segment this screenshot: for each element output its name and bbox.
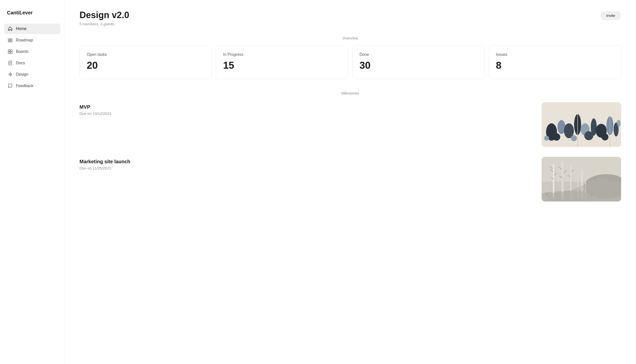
sidebar-item-home[interactable]: Home: [4, 24, 60, 34]
stat-label-done: Done: [359, 52, 478, 57]
milestone-image-mvp: [542, 102, 621, 147]
page-header: Design v2.0 5 members, 3 guests Invite: [80, 10, 621, 26]
stat-value-done: 30: [359, 60, 478, 71]
feedback-icon: [8, 83, 13, 88]
sidebar: CantiLever Home Roadmap: [0, 0, 65, 364]
sidebar-item-home-label: Home: [16, 26, 27, 31]
stat-value-issues: 8: [496, 60, 614, 71]
main-content: Design v2.0 5 members, 3 guests Invite O…: [65, 0, 636, 364]
stat-card-done: Done 30: [352, 45, 485, 79]
stat-card-issues: Issues 8: [489, 45, 621, 79]
svg-point-26: [601, 134, 608, 140]
overview-label: Overview: [80, 36, 621, 40]
svg-rect-2: [8, 41, 10, 42]
sidebar-item-roadmap[interactable]: Roadmap: [4, 35, 60, 46]
sidebar-item-design[interactable]: Design: [4, 69, 60, 80]
svg-rect-6: [8, 52, 10, 54]
roadmap-icon: [8, 38, 13, 43]
svg-rect-4: [8, 50, 10, 51]
milestone-due-mvp: Due on 10/12/2023: [80, 112, 532, 116]
svg-rect-0: [8, 39, 10, 40]
svg-point-24: [571, 135, 577, 141]
svg-point-25: [584, 131, 593, 140]
app-logo: CantiLever: [4, 8, 60, 18]
svg-point-29: [617, 120, 620, 127]
stat-label-open-tasks: Open tasks: [87, 52, 205, 57]
stat-card-in-progress: In Progress 15: [216, 45, 348, 79]
sidebar-item-boards[interactable]: Boards: [4, 46, 60, 57]
docs-icon: [8, 60, 13, 66]
sidebar-item-roadmap-label: Roadmap: [16, 38, 33, 42]
milestone-info-marketing: Marketing site launch Due on 11/25/2023: [80, 157, 532, 170]
stat-value-in-progress: 15: [223, 60, 341, 71]
sidebar-item-design-label: Design: [16, 72, 28, 77]
sidebar-item-feedback-label: Feedback: [16, 84, 33, 88]
home-icon: [8, 26, 13, 32]
page-title: Design v2.0: [80, 10, 129, 20]
stat-value-open-tasks: 20: [87, 60, 205, 71]
stat-label-in-progress: In Progress: [223, 52, 341, 57]
svg-point-30: [544, 136, 549, 141]
milestone-title-marketing: Marketing site launch: [80, 159, 532, 164]
sidebar-item-feedback[interactable]: Feedback: [4, 81, 60, 91]
sidebar-item-boards-label: Boards: [16, 50, 29, 54]
milestone-title-mvp: MVP: [80, 104, 532, 110]
overview-section: Overview Open tasks 20 In Progress 15 Do…: [80, 36, 621, 79]
svg-rect-7: [11, 52, 12, 54]
milestone-item-mvp: MVP Due on 10/12/2023: [80, 102, 621, 147]
stat-label-issues: Issues: [496, 52, 614, 57]
page-title-area: Design v2.0 5 members, 3 guests: [80, 10, 129, 26]
invite-button[interactable]: Invite: [600, 11, 621, 20]
svg-rect-1: [11, 39, 12, 40]
milestones-label: Milestones: [80, 91, 621, 95]
svg-point-23: [553, 133, 560, 141]
design-icon: [8, 72, 13, 77]
milestones-section: Milestones MVP Due on 10/12/2023: [80, 91, 621, 202]
milestone-image-marketing: [542, 157, 621, 202]
stat-card-open-tasks: Open tasks 20: [80, 45, 212, 79]
svg-rect-5: [11, 50, 12, 51]
milestone-due-marketing: Due on 11/25/2023: [80, 166, 532, 170]
svg-rect-3: [11, 41, 12, 42]
page-subtitle: 5 members, 3 guests: [80, 22, 129, 26]
sidebar-item-docs-label: Docs: [16, 61, 25, 65]
milestone-info-mvp: MVP Due on 10/12/2023: [80, 102, 532, 116]
stats-grid: Open tasks 20 In Progress 15 Done 30 Iss…: [80, 45, 621, 79]
sidebar-item-docs[interactable]: Docs: [4, 58, 60, 68]
milestone-item-marketing: Marketing site launch Due on 11/25/2023: [80, 157, 621, 202]
boards-icon: [8, 49, 13, 54]
